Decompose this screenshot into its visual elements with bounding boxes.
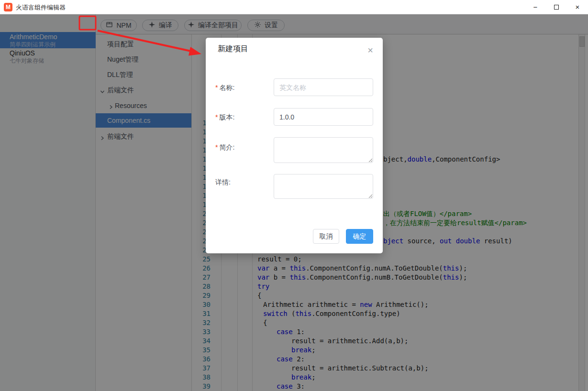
required-asterisk: * xyxy=(215,84,218,91)
required-asterisk: * xyxy=(215,143,218,151)
window-title: 火语言组件编辑器 xyxy=(16,3,66,12)
textarea-简介[interactable] xyxy=(274,137,373,163)
new-project-dialog: 新建项目 × *名称:*版本:*简介:详情: 取消 确定 xyxy=(206,38,383,253)
confirm-button[interactable]: 确定 xyxy=(346,229,373,244)
required-asterisk: * xyxy=(215,113,218,121)
maximize-button[interactable] xyxy=(546,0,567,14)
field-label-详情: 详情: xyxy=(215,178,270,187)
cancel-button[interactable]: 取消 xyxy=(313,229,339,244)
titlebar: M 火语言组件编辑器 − × xyxy=(0,0,588,14)
dialog-title: 新建项目 xyxy=(218,44,248,54)
textarea-详情[interactable] xyxy=(274,174,373,199)
field-label-简介: *简介: xyxy=(215,143,270,152)
app-logo-icon: M xyxy=(4,3,12,11)
field-label-版本: *版本: xyxy=(215,113,270,122)
field-label-名称: *名称: xyxy=(215,84,270,92)
dialog-close-icon[interactable]: × xyxy=(367,46,373,54)
maximize-icon xyxy=(554,5,559,10)
app-window: M 火语言组件编辑器 − × 项目 ArithmeticDemo简单四则运算示例… xyxy=(0,0,588,391)
input-名称[interactable] xyxy=(274,78,373,96)
input-版本[interactable] xyxy=(274,108,373,126)
close-window-button[interactable]: × xyxy=(567,0,588,14)
minimize-button[interactable]: − xyxy=(525,0,546,14)
